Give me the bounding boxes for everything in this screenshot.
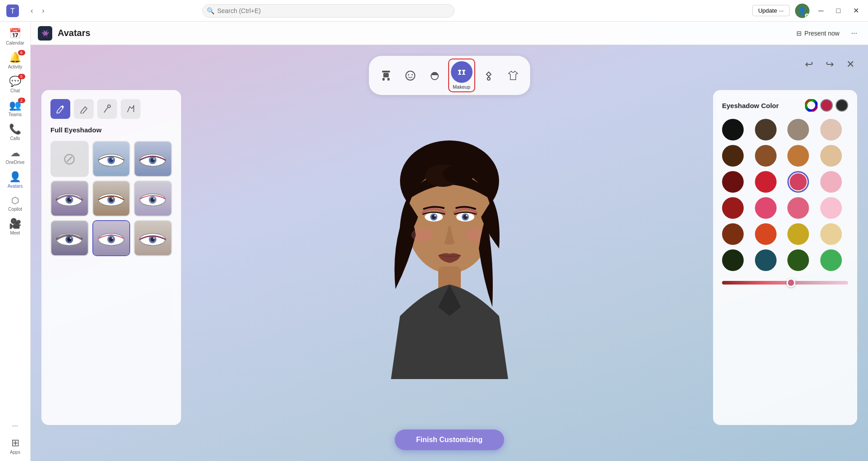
maximize-button[interactable]: □: [832, 5, 844, 17]
color-option-19[interactable]: [820, 223, 842, 245]
svg-point-74: [443, 165, 474, 183]
toolbar-body-button[interactable]: [375, 65, 397, 86]
color-option-11[interactable]: [820, 171, 842, 193]
svg-point-66: [434, 215, 436, 217]
toolbar-hair-wrap: [424, 65, 445, 86]
color-option-12[interactable]: [722, 197, 744, 219]
present-now-button[interactable]: ⊟ Present now: [792, 27, 844, 40]
undo-button[interactable]: ↩: [802, 56, 816, 73]
eyeshadow-opt4[interactable]: [92, 181, 131, 217]
color-option-2[interactable]: [787, 119, 809, 140]
color-option-1[interactable]: [755, 119, 777, 140]
toolbar-accessories-wrap: [478, 65, 500, 86]
color-option-6[interactable]: [787, 145, 809, 167]
panel-tab-3[interactable]: [97, 99, 117, 119]
user-avatar[interactable]: 👤: [795, 4, 809, 18]
sidebar-label-meet: Meet: [10, 230, 20, 235]
color-option-16[interactable]: [722, 223, 744, 245]
toolbar-makeup-wrap: Makeup: [448, 59, 475, 92]
selected-color-2[interactable]: [836, 99, 848, 112]
eyeshadow-opt5[interactable]: [134, 181, 172, 217]
toolbar-face-button[interactable]: [400, 65, 421, 86]
color-option-20[interactable]: [722, 249, 744, 271]
sidebar-item-chat[interactable]: 💬 5 Chat: [3, 73, 28, 96]
eyeshadow-opt3[interactable]: [50, 181, 89, 217]
forward-button[interactable]: ›: [38, 5, 48, 17]
sidebar-item-copilot[interactable]: ⬡ Copilot: [3, 192, 28, 214]
color-option-9[interactable]: [755, 171, 777, 193]
color-option-18[interactable]: [787, 223, 809, 245]
calendar-icon: 📅: [9, 28, 21, 40]
app-logo: T: [5, 4, 20, 18]
sidebar-item-teams[interactable]: 👥 2 Teams: [3, 97, 28, 120]
eyeshadow-opt1[interactable]: [92, 141, 131, 177]
color-option-23[interactable]: [820, 249, 842, 271]
eyeshadow-opt2[interactable]: [134, 141, 172, 177]
color-option-15[interactable]: [820, 197, 842, 219]
avatar-toolbar: Makeup: [369, 56, 530, 95]
panel-tab-1[interactable]: [50, 99, 70, 119]
page-title: Avatars: [58, 28, 91, 38]
sidebar-item-calls[interactable]: 📞 Calls: [3, 121, 28, 144]
svg-rect-4: [382, 71, 390, 72]
sidebar-label-avatars: Avatars: [8, 184, 23, 189]
toolbar-hair-button[interactable]: [424, 65, 445, 86]
color-option-8[interactable]: [722, 171, 744, 193]
svg-point-24: [111, 158, 113, 160]
eyeshadow-opt7[interactable]: [92, 220, 131, 256]
minimize-button[interactable]: ─: [815, 5, 827, 17]
eyeshadow-none[interactable]: ⊘: [50, 141, 89, 177]
app-header: 👾 Avatars ⊟ Present now ···: [31, 22, 868, 45]
color-option-22[interactable]: [787, 249, 809, 271]
svg-rect-16: [458, 74, 461, 75]
avatar-right-controls: ↩ ↪ ✕: [802, 56, 857, 73]
apps-icon: ⊞: [11, 437, 19, 449]
color-option-13[interactable]: [755, 197, 777, 219]
color-option-17[interactable]: [755, 223, 777, 245]
color-option-14[interactable]: [787, 197, 809, 219]
toolbar-makeup-button[interactable]: [451, 61, 473, 83]
color-option-0[interactable]: [722, 119, 744, 140]
finish-customizing-button[interactable]: Finish Customizing: [395, 429, 504, 450]
color-option-3[interactable]: [820, 119, 842, 140]
chat-badge: 5: [18, 74, 25, 79]
sidebar-item-meet[interactable]: 🎥 Meet: [3, 215, 28, 238]
sidebar-label-activity: Activity: [8, 64, 23, 69]
title-bar-right: Update ··· 👤 ─ □ ✕: [752, 4, 863, 18]
svg-point-29: [153, 158, 155, 160]
update-button[interactable]: Update ···: [752, 5, 790, 16]
toolbar-accessories-button[interactable]: [478, 65, 500, 86]
svg-point-34: [70, 198, 72, 199]
search-icon: 🔍: [207, 7, 214, 14]
panel-tab-4[interactable]: [121, 99, 141, 119]
selected-color-1[interactable]: [820, 99, 833, 112]
avatar-svg: [364, 127, 535, 379]
sidebar-item-activity[interactable]: 🔔 6 Activity: [3, 49, 28, 72]
sidebar-item-apps[interactable]: ⊞ Apps: [3, 434, 28, 457]
toolbar-body-wrap: [375, 65, 397, 86]
color-option-21[interactable]: [755, 249, 777, 271]
color-option-10[interactable]: [787, 171, 809, 193]
color-intensity-slider[interactable]: [722, 281, 848, 285]
sidebar-item-more[interactable]: ···: [3, 419, 28, 434]
eyeshadow-opt8[interactable]: [134, 220, 172, 256]
panel-tab-2[interactable]: [74, 99, 94, 119]
color-option-5[interactable]: [755, 145, 777, 167]
toolbar-clothing-button[interactable]: [502, 65, 524, 86]
app-header-icon: 👾: [38, 26, 52, 41]
panel-section-title: Full Eyeshadow: [50, 126, 172, 134]
color-option-7[interactable]: [820, 145, 842, 167]
sidebar-item-avatars[interactable]: 👤 Avatars: [3, 168, 28, 191]
redo-button[interactable]: ↪: [823, 56, 836, 73]
close-button[interactable]: ✕: [850, 5, 863, 17]
search-input[interactable]: [202, 4, 454, 18]
sidebar-item-onedrive[interactable]: ☁ OneDrive: [3, 145, 28, 167]
back-button[interactable]: ‹: [27, 5, 36, 17]
svg-rect-15: [463, 71, 464, 74]
sidebar-item-calendar[interactable]: 📅 Calendar: [3, 25, 28, 48]
svg-point-39: [111, 198, 113, 199]
eyeshadow-opt6[interactable]: [50, 220, 89, 256]
color-option-4[interactable]: [722, 145, 744, 167]
header-more-button[interactable]: ···: [848, 27, 861, 39]
editor-close-button[interactable]: ✕: [844, 56, 857, 73]
